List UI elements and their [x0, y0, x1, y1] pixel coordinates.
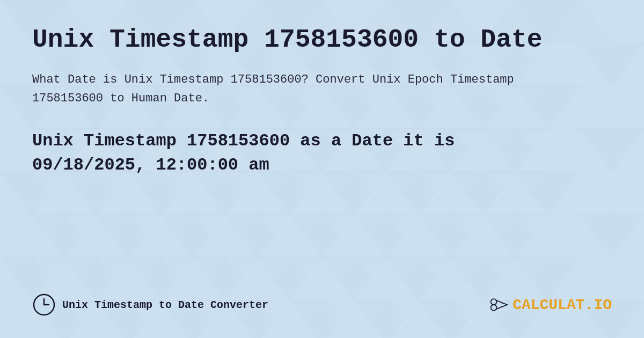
logo-area: CALCULAT.IO: [489, 295, 612, 314]
footer-label: Unix Timestamp to Date Converter: [62, 299, 268, 311]
footer: Unix Timestamp to Date Converter CALCULA…: [32, 293, 612, 317]
result-section: Unix Timestamp 1758153600 as a Date it i…: [32, 129, 612, 178]
svg-point-150: [491, 305, 497, 311]
clock-icon: [32, 293, 56, 317]
logo-icon: [489, 295, 508, 314]
svg-point-149: [491, 299, 497, 305]
logo-text-accent: .IO: [585, 297, 612, 313]
page-description: What Date is Unix Timestamp 1758153600? …: [32, 70, 515, 108]
page-title: Unix Timestamp 1758153600 to Date: [32, 26, 612, 54]
result-text: Unix Timestamp 1758153600 as a Date it i…: [32, 129, 542, 178]
footer-left: Unix Timestamp to Date Converter: [32, 293, 268, 317]
logo-text: CALCULAT.IO: [513, 297, 612, 313]
logo-text-main: CALCULAT: [513, 297, 584, 313]
